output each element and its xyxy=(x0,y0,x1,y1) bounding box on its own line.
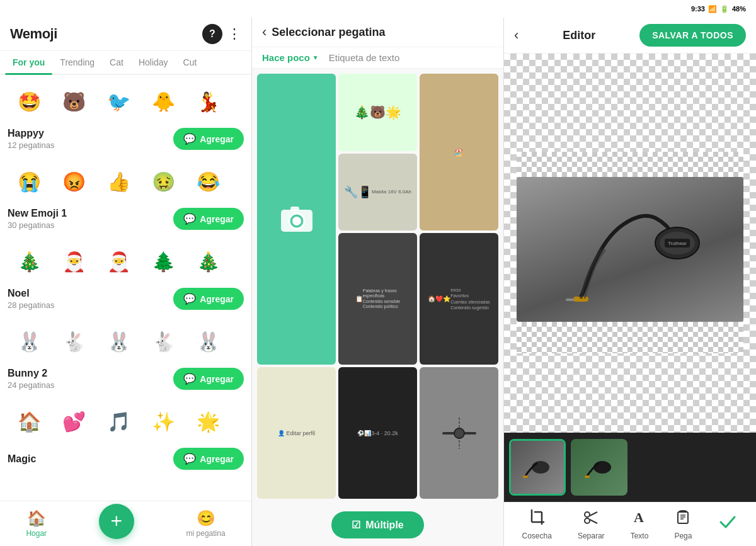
svg-text:A: A xyxy=(634,509,644,525)
sticker-bunny1[interactable]: 🐰 xyxy=(8,320,50,363)
thumbnail-2[interactable] xyxy=(571,439,627,496)
bunny2-add-button[interactable]: 💬 Agregar xyxy=(173,368,244,390)
sticker-woo[interactable]: 🤩 xyxy=(8,80,50,123)
check-button[interactable] xyxy=(718,512,738,537)
earphone-illustration: Truthear xyxy=(542,186,718,312)
noel-count: 28 pegatinas xyxy=(8,300,54,310)
sticker-bird[interactable]: 🐦 xyxy=(97,80,140,123)
sticker-home[interactable]: 🏠 xyxy=(8,400,50,443)
grid-cell-menu[interactable]: 🏠❤️⭐ InicioFavoritosCuentas silenciadasC… xyxy=(420,233,498,365)
happyy-pack-details: Happyy 12 pegatinas xyxy=(8,128,54,150)
sticker-christmascard[interactable]: 🎄 xyxy=(186,240,229,283)
thumb2-earphone xyxy=(583,452,615,483)
whatsapp-icon-2: 💬 xyxy=(183,213,196,225)
noel-pack-details: Noel 28 pegatinas xyxy=(8,288,54,310)
grid-cell-settings[interactable]: 📋 Palabras y frasesespecificasContenido … xyxy=(338,233,417,365)
grid-cell-stats[interactable]: ⚽📊 3-4 · 20.2k xyxy=(338,367,417,499)
sticker-hearts[interactable]: 💕 xyxy=(52,400,95,443)
whatsapp-icon-5: 💬 xyxy=(183,453,196,465)
tool-cosecha[interactable]: Cosecha xyxy=(522,508,552,540)
grid-cell-stickers1[interactable]: 🎄🐻🌟 xyxy=(338,74,417,151)
tool-pega[interactable]: Pega xyxy=(674,508,692,540)
sticker-pinetree[interactable]: 🌲 xyxy=(142,240,185,283)
sticker-pack-happyy: 🤩 🐻 🐦 🐥 💃 Happyy 12 pegatinas 💬 Agre xyxy=(8,80,244,150)
select-tab-reciente[interactable]: Hace poco xyxy=(262,52,319,63)
sticker-santa2[interactable]: 🎅 xyxy=(97,240,140,283)
sticker-dance[interactable]: 💃 xyxy=(186,80,229,123)
select-back-button[interactable]: ‹ xyxy=(262,24,266,40)
sticker-chick[interactable]: 🐥 xyxy=(142,80,185,123)
grid-cell-cables[interactable] xyxy=(420,367,498,499)
grid-cell-tools[interactable]: 🔧📱 Makita 16V 6.0Ah xyxy=(338,154,417,231)
noel-images: 🎄 🎅 🎅 🌲 🎄 xyxy=(8,240,244,283)
happyy-add-button[interactable]: 💬 Agregar xyxy=(173,128,244,150)
sticker-pack-noel: 🎄 🎅 🎅 🌲 🎄 Noel 28 pegatinas 💬 Agrega xyxy=(8,240,244,310)
nav-hogar[interactable]: 🏠 Hogar xyxy=(26,509,47,538)
grid-cell-beach[interactable]: 🏖️ xyxy=(420,74,498,230)
fab-add-button[interactable]: + xyxy=(99,504,134,539)
status-icons: 9:33 📶 🔋 48% xyxy=(691,5,746,13)
multiple-button[interactable]: ☑ Múltiple xyxy=(331,511,423,538)
sticker-angry[interactable]: 😡 xyxy=(52,160,95,203)
battery-icon: 🔋 xyxy=(720,5,729,13)
noel-stickers: 🎄 🎅 🎅 🌲 🎄 xyxy=(8,240,244,283)
grid-cell-profile[interactable]: 👤 Editar perfil xyxy=(257,367,336,499)
tab-holiday[interactable]: Holiday xyxy=(131,51,176,74)
sticker-panel-header: Wemoji ? ⋮ xyxy=(0,18,251,51)
sticker-bunny4[interactable]: 🐇 xyxy=(142,320,185,363)
svg-point-2 xyxy=(292,217,301,225)
emoji1-add-button[interactable]: 💬 Agregar xyxy=(173,208,244,230)
sticker-santa1[interactable]: 🎅 xyxy=(52,240,95,283)
select-panel: ‹ Seleccionar pegatina Hace poco Etiquet… xyxy=(252,18,504,546)
select-tab-etiqueta[interactable]: Etiqueta de texto xyxy=(329,52,400,63)
sticker-thumbs[interactable]: 👍 xyxy=(97,160,140,203)
svg-rect-16 xyxy=(585,475,590,478)
pega-label: Pega xyxy=(674,532,692,540)
tab-trending[interactable]: Trending xyxy=(52,51,102,74)
magic-pack-info: Magic 💬 Agregar xyxy=(8,448,244,470)
nav-mipegatina[interactable]: 😊 mi pegatina xyxy=(186,509,226,538)
svg-rect-26 xyxy=(678,512,688,523)
emoji1-pack-details: New Emoji 1 30 pegatinas xyxy=(8,208,67,230)
happyy-pack-info: Happyy 12 pegatinas 💬 Agregar xyxy=(8,128,244,150)
noel-add-label: Agregar xyxy=(200,294,234,304)
tab-for-you[interactable]: For you xyxy=(5,51,52,74)
noel-name: Noel xyxy=(8,288,54,299)
svg-point-6 xyxy=(454,428,464,438)
sticker-bunny3[interactable]: 🐰 xyxy=(97,320,140,363)
sticker-sparkle2[interactable]: 🌟 xyxy=(186,400,229,443)
sticker-list: 🤩 🐻 🐦 🐥 💃 Happyy 12 pegatinas 💬 Agre xyxy=(0,75,251,501)
svg-rect-12 xyxy=(566,299,575,301)
tool-separar[interactable]: Separar xyxy=(578,508,605,540)
sticker-sparkle[interactable]: ✨ xyxy=(142,400,185,443)
magic-add-button[interactable]: 💬 Agregar xyxy=(173,448,244,470)
sticker-bunny5[interactable]: 🐰 xyxy=(186,320,229,363)
thumb2-inner xyxy=(571,439,627,496)
more-options-icon[interactable]: ⋮ xyxy=(227,26,241,42)
emoji1-images: 😭 😡 👍 🤢 😂 xyxy=(8,160,244,203)
sticker-pack-emoji1: 😭 😡 👍 🤢 😂 New Emoji 1 30 pegatinas 💬 xyxy=(8,160,244,230)
sticker-sick[interactable]: 🤢 xyxy=(142,160,185,203)
svg-point-15 xyxy=(593,461,611,474)
editor-back-button[interactable]: ‹ xyxy=(514,27,518,43)
tab-cat[interactable]: Cat xyxy=(102,51,131,74)
sticker-laugh[interactable]: 😂 xyxy=(186,160,229,203)
happyy-name: Happyy xyxy=(8,128,54,139)
save-all-button[interactable]: SALVAR A TODOS xyxy=(639,24,746,47)
sticker-music[interactable]: 🎵 xyxy=(97,400,140,443)
wemoji-logo: Wemoji xyxy=(10,26,57,42)
thumbnail-1[interactable] xyxy=(509,439,566,496)
wifi-icon: 📶 xyxy=(708,5,717,13)
tab-cut[interactable]: Cut xyxy=(176,51,205,74)
grid-cell-camera[interactable] xyxy=(257,74,336,365)
sticker-bunny2[interactable]: 🐇 xyxy=(52,320,95,363)
sticker-bear[interactable]: 🐻 xyxy=(52,80,95,123)
noel-add-button[interactable]: 💬 Agregar xyxy=(173,288,244,310)
sticker-tree[interactable]: 🎄 xyxy=(8,240,50,283)
sticker-cry[interactable]: 😭 xyxy=(8,160,50,203)
separar-label: Separar xyxy=(578,532,605,540)
tool-texto[interactable]: A Texto xyxy=(631,508,649,540)
help-icon[interactable]: ? xyxy=(202,24,222,44)
emoji1-count: 30 pegatinas xyxy=(8,220,67,230)
bunny2-pack-info: Bunny 2 24 pegatinas 💬 Agregar xyxy=(8,368,244,390)
